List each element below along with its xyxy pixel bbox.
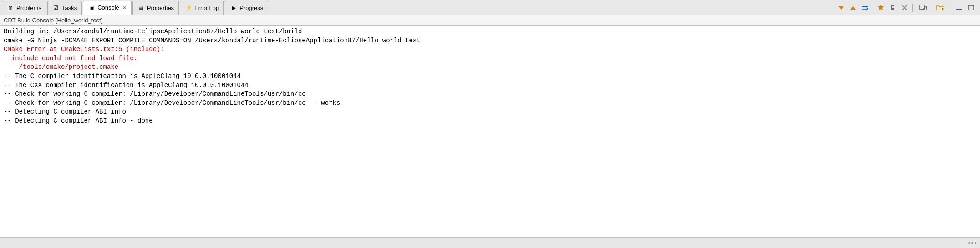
wrap-button[interactable] <box>859 2 870 13</box>
console-line: -- Check for working C compiler: /Librar… <box>4 99 976 108</box>
svg-marker-7 <box>924 7 927 10</box>
tab-errorlog[interactable]: ⚡Error Log <box>180 1 224 15</box>
console-line: -- Check for working C compiler: /Librar… <box>4 90 976 99</box>
status-bar <box>0 237 980 248</box>
tab-label-console: Console <box>97 4 119 11</box>
tab-label-progress: Progress <box>239 5 263 11</box>
console-line: -- Detecting C compiler ABI info <box>4 108 976 117</box>
console-select-button[interactable] <box>915 2 931 13</box>
svg-rect-11 <box>956 9 962 10</box>
console-line: -- Detecting C compiler ABI info - done <box>4 117 976 126</box>
tab-problems[interactable]: ⊕Problems <box>2 1 46 15</box>
console-line: CMake Error at CMakeLists.txt:5 (include… <box>4 45 976 54</box>
console-content[interactable]: Building in: /Users/kondal/runtime-Eclip… <box>0 26 980 237</box>
minimize-button[interactable] <box>954 2 965 13</box>
console-line: cmake -G Ninja -DCMAKE_EXPORT_COMPILE_CO… <box>4 36 976 46</box>
tab-icon-properties: ▤ <box>137 4 145 11</box>
console-line: -- The CXX compiler identification is Ap… <box>4 81 976 90</box>
toolbar-right <box>836 2 978 13</box>
eclipse-window: ⊕Problems☑Tasks▣Console✕▤Properties⚡Erro… <box>0 0 980 248</box>
maximize-button[interactable] <box>965 2 976 13</box>
new-console-button[interactable] <box>932 2 949 13</box>
tab-label-problems: Problems <box>16 5 41 11</box>
tab-bar: ⊕Problems☑Tasks▣Console✕▤Properties⚡Erro… <box>0 0 980 16</box>
tab-label-errorlog: Error Log <box>194 5 219 11</box>
lock-button[interactable] <box>887 2 898 13</box>
pin-button[interactable] <box>875 2 886 13</box>
tab-icon-problems: ⊕ <box>7 4 14 11</box>
svg-marker-1 <box>850 6 856 10</box>
tab-icon-errorlog: ⚡ <box>185 4 192 11</box>
console-line: /tools/cmake/project.cmake <box>4 63 976 72</box>
svg-rect-3 <box>891 8 894 10</box>
tab-icon-console: ▣ <box>88 4 95 11</box>
status-dot-1 <box>968 242 970 244</box>
status-dot-2 <box>971 242 973 244</box>
toolbar-separator-1 <box>873 4 873 12</box>
tab-tasks[interactable]: ☑Tasks <box>47 1 82 15</box>
toolbar-separator-3 <box>951 4 951 12</box>
toolbar-separator-2 <box>912 4 913 12</box>
tab-label-tasks: Tasks <box>62 5 77 11</box>
tab-properties[interactable]: ▤Properties <box>132 1 179 15</box>
console-line: Building in: /Users/kondal/runtime-Eclip… <box>4 27 976 36</box>
scroll-up-button[interactable] <box>848 2 858 13</box>
scroll-down-button[interactable] <box>836 2 847 13</box>
status-dot-3 <box>975 242 976 244</box>
svg-rect-12 <box>968 5 974 10</box>
status-dots <box>968 242 976 244</box>
tab-console[interactable]: ▣Console✕ <box>83 1 132 15</box>
console-line: include could not find load file: <box>4 54 976 63</box>
tab-icon-progress: ▶ <box>230 4 237 11</box>
tab-label-properties: Properties <box>147 5 174 11</box>
console-header: CDT Build Console [Hello_world_test] <box>0 16 980 26</box>
svg-marker-0 <box>838 6 844 10</box>
remove-button[interactable] <box>899 2 910 13</box>
console-line: -- The C compiler identification is Appl… <box>4 72 976 81</box>
tab-icon-tasks: ☑ <box>52 4 60 11</box>
tab-progress[interactable]: ▶Progress <box>225 1 268 15</box>
tab-close-console[interactable]: ✕ <box>122 5 127 10</box>
console-title: CDT Build Console [Hello_world_test] <box>4 17 102 24</box>
svg-rect-2 <box>862 6 868 7</box>
